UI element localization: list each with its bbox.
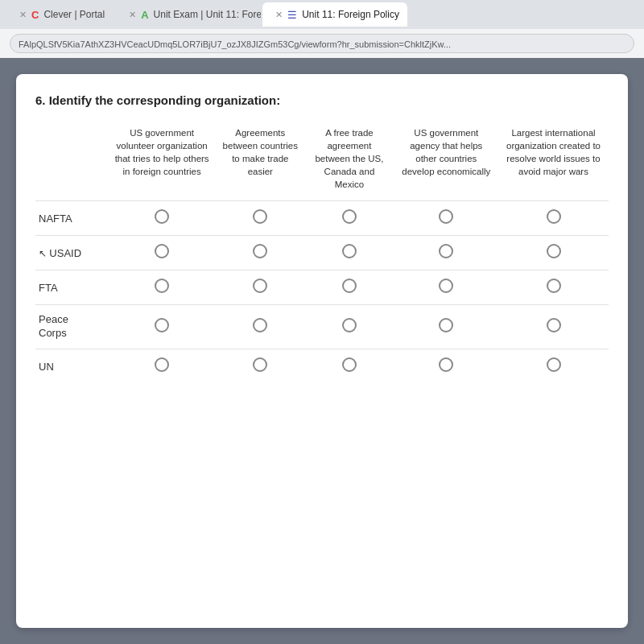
radio-circle[interactable] [253,318,267,332]
row-label-nafta: NAFTA [35,201,108,236]
radio-circle[interactable] [547,357,561,372]
radio-circle[interactable] [342,357,357,372]
radio-circle[interactable] [547,244,561,258]
page-content: 6. Identify the corresponding organizati… [16,74,628,628]
tab-exam1[interactable]: ✕ A Unit Exam | Unit 11: Forei… [116,2,261,27]
radio-peacecorps-col1[interactable] [108,305,216,349]
row-label-usaid: ↖ USAID [35,236,108,270]
clever-icon: C [31,9,39,21]
table-row: ↖ USAID [35,236,609,270]
radio-circle[interactable] [439,279,453,293]
tab-exam2[interactable]: ✕ ☰ Unit 11: Foreign Policy [262,2,407,27]
radio-circle[interactable] [439,209,453,224]
radio-fta-col4[interactable] [394,270,498,305]
radio-un-col4[interactable] [394,349,498,384]
radio-fta-col3[interactable] [304,270,394,305]
col-header-4: US government agency that helps other co… [394,123,498,201]
radio-circle[interactable] [547,279,561,293]
cursor-indicator: ↖ [39,248,49,259]
tab-label-exam1: Unit Exam | Unit 11: Forei… [154,9,262,20]
radio-circle[interactable] [155,244,169,258]
radio-fta-col2[interactable] [216,270,304,305]
tab-close-exam1[interactable]: ✕ [129,10,136,20]
radio-un-col5[interactable] [498,349,609,384]
radio-circle[interactable] [155,318,169,332]
radio-nafta-col2[interactable] [216,201,304,236]
radio-circle[interactable] [342,318,357,332]
table-row: FTA [35,270,609,305]
radio-peacecorps-col4[interactable] [394,305,498,349]
radio-peacecorps-col2[interactable] [216,305,304,349]
radio-circle[interactable] [155,279,169,293]
table-row: UN [35,349,609,384]
tab-bar: ✕ C Clever | Portal ✕ A Unit Exam | Unit… [0,0,644,29]
radio-usaid-col3[interactable] [304,236,394,270]
col-header-5: Largest international organization creat… [498,123,609,201]
radio-circle[interactable] [342,244,357,258]
radio-usaid-col4[interactable] [394,236,498,270]
radio-circle[interactable] [342,279,357,293]
row-label-fta: FTA [35,270,108,305]
radio-circle[interactable] [547,318,561,332]
col-header-1: US government volunteer organization tha… [108,123,216,201]
col-header-3: A free trade agreement between the US, C… [304,123,394,201]
radio-circle[interactable] [439,357,453,372]
radio-circle[interactable] [342,209,357,224]
browser-chrome: ✕ C Clever | Portal ✕ A Unit Exam | Unit… [0,0,644,58]
radio-peacecorps-col3[interactable] [304,305,394,349]
radio-nafta-col5[interactable] [498,201,609,236]
tab-label-exam2: Unit 11: Foreign Policy [302,9,399,20]
radio-circle[interactable] [253,244,267,258]
radio-circle[interactable] [155,209,169,224]
row-label-un: UN [35,349,108,384]
radio-usaid-col2[interactable] [216,236,304,270]
radio-nafta-col4[interactable] [394,201,498,236]
address-input[interactable]: FAlpQLSfV5Kia7AthXZ3HVCeacUDmq5LOR7iBjU7… [10,34,634,53]
col-header-empty [35,123,108,201]
radio-circle[interactable] [547,209,561,224]
matrix-table: US government volunteer organization tha… [35,123,609,383]
col-header-2: Agreements between countries to make tra… [216,123,304,201]
exam2-icon: ☰ [287,9,297,21]
radio-usaid-col1[interactable] [108,236,216,270]
radio-fta-col1[interactable] [108,270,216,305]
radio-circle[interactable] [155,357,169,372]
radio-circle[interactable] [253,209,267,224]
radio-nafta-col1[interactable] [108,201,216,236]
radio-circle[interactable] [253,357,267,372]
table-row: NAFTA [35,201,609,236]
row-label-peace-corps: PeaceCorps [35,305,108,349]
address-bar: FAlpQLSfV5Kia7AthXZ3HVCeacUDmq5LOR7iBjU7… [0,29,644,58]
radio-fta-col5[interactable] [498,270,609,305]
table-row: PeaceCorps [35,305,609,349]
question-title: 6. Identify the corresponding organizati… [35,93,609,107]
radio-circle[interactable] [439,244,453,258]
tab-close-exam2[interactable]: ✕ [275,10,283,20]
radio-circle[interactable] [253,279,267,293]
radio-un-col1[interactable] [108,349,216,384]
radio-circle[interactable] [439,318,453,332]
exam1-icon: A [141,9,148,21]
tab-clever[interactable]: ✕ C Clever | Portal [6,2,114,27]
radio-usaid-col5[interactable] [498,236,609,270]
radio-nafta-col3[interactable] [304,201,394,236]
tab-label-clever: Clever | Portal [43,9,105,20]
radio-un-col3[interactable] [304,349,394,384]
radio-peacecorps-col5[interactable] [498,305,609,349]
radio-un-col2[interactable] [216,349,304,384]
tab-close-clever[interactable]: ✕ [19,10,27,20]
